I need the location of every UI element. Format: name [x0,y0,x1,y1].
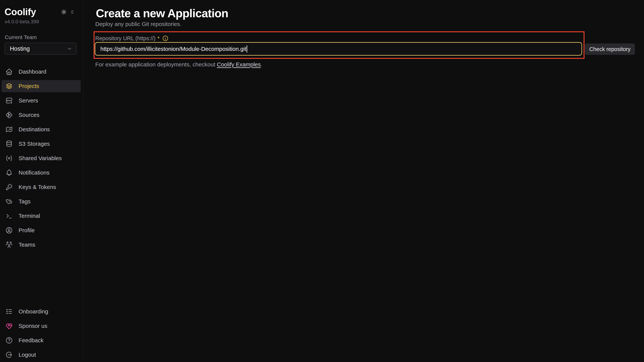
helper-prefix: For example application deployments, che… [95,61,217,68]
tags-icon [5,198,13,205]
server-bolt-icon [5,97,13,104]
theme-sun-icon[interactable] [60,9,67,15]
sidebar-item-shared-variables[interactable]: Shared Variables [2,152,81,164]
app-logo[interactable]: Coolify [4,7,36,17]
key-icon [5,183,13,191]
sidebar-item-label: Logout [18,351,36,358]
logout-icon [5,351,13,358]
sidebar-item-label: Keys & Tokens [18,184,56,190]
map-x-icon [5,126,13,133]
helper-text: For example application deployments, che… [95,61,262,68]
sidebar-item-terminal[interactable]: Terminal [2,210,81,222]
repository-url-value: https://github.com/illicitestonion/Modul… [100,46,246,52]
layers-icon [5,82,13,90]
page-subtitle: Deploy any public Git repositories. [95,21,182,27]
terminal-icon [5,212,13,220]
sidebar-item-keys-tokens[interactable]: Keys & Tokens [2,181,81,193]
sidebar-item-label: Terminal [18,213,40,219]
sidebar-item-teams[interactable]: Teams [2,239,81,251]
sidebar-item-feedback[interactable]: Feedback [2,334,81,346]
coolify-examples-link[interactable]: Coolify Examples [217,61,261,68]
sidebar-item-label: S3 Storages [18,141,50,147]
sidebar-item-servers[interactable]: Servers [2,94,81,107]
users-icon [5,241,13,249]
main-content: Create a new Application Deploy any publ… [83,0,644,362]
sidebar-item-destinations[interactable]: Destinations [2,123,81,135]
home-icon [5,68,13,76]
sidebar-item-label: Profile [18,227,35,234]
team-select-value: Hosting [10,45,30,52]
sidebar-item-tags[interactable]: Tags [2,196,81,208]
sidebar-item-label: Sponsor us [18,323,47,329]
sidebar-item-logout[interactable]: Logout [2,349,81,361]
checklist-icon [5,308,13,315]
sidebar-nav: Dashboard Projects Servers [2,66,81,253]
text-caret [246,45,247,53]
required-asterisk: * [158,35,160,42]
helper-suffix: . [261,61,262,68]
sidebar-item-projects[interactable]: Projects [2,80,81,92]
sidebar: Coolify v4.0.0-beta.399 Current Team Hos… [0,0,83,362]
repository-url-label: Repository URL (https://) * [95,35,168,42]
page-title: Create a new Application [96,8,228,19]
sidebar-item-profile[interactable]: Profile [2,224,81,236]
sidebar-item-label: Shared Variables [18,155,62,161]
git-diamond-icon [5,111,13,119]
app-version: v4.0.0-beta.399 [5,19,39,25]
sidebar-item-label: Notifications [18,169,50,176]
database-icon [5,140,13,148]
sidebar-bottom-nav: Onboarding Sponsor us Feedback [2,305,81,362]
sidebar-item-label: Sources [18,112,40,118]
repository-url-input[interactable]: https://github.com/illicitestonion/Modul… [95,42,582,56]
sidebar-item-label: Tags [18,198,30,205]
info-icon[interactable] [162,35,168,42]
help-circle-icon [5,336,13,344]
sidebar-item-sources[interactable]: Sources [2,109,81,121]
chevron-up-down-icon[interactable] [70,10,75,15]
bell-icon [5,169,13,176]
heart-handshake-icon [5,322,13,330]
sidebar-item-label: Teams [18,242,35,248]
check-repository-button-label: Check repository [589,46,630,52]
repository-url-label-text: Repository URL (https://) [95,35,156,42]
user-circle-icon [5,227,13,234]
sidebar-item-label: Projects [18,83,39,89]
sidebar-item-notifications[interactable]: Notifications [2,166,81,179]
chevron-down-icon [67,46,72,52]
sidebar-item-label: Feedback [18,337,44,343]
check-repository-button[interactable]: Check repository [585,44,635,55]
team-select[interactable]: Hosting [4,43,76,55]
sidebar-item-dashboard[interactable]: Dashboard [2,66,81,78]
sidebar-item-sponsor-us[interactable]: Sponsor us [2,320,81,332]
sidebar-item-onboarding[interactable]: Onboarding [2,305,81,318]
current-team-label: Current Team [5,34,37,40]
sidebar-item-s3-storages[interactable]: S3 Storages [2,138,81,150]
variable-icon [5,154,13,162]
sidebar-item-label: Destinations [18,126,50,133]
sidebar-item-label: Onboarding [18,308,48,315]
sidebar-item-label: Servers [18,97,38,104]
sidebar-item-label: Dashboard [18,69,46,75]
